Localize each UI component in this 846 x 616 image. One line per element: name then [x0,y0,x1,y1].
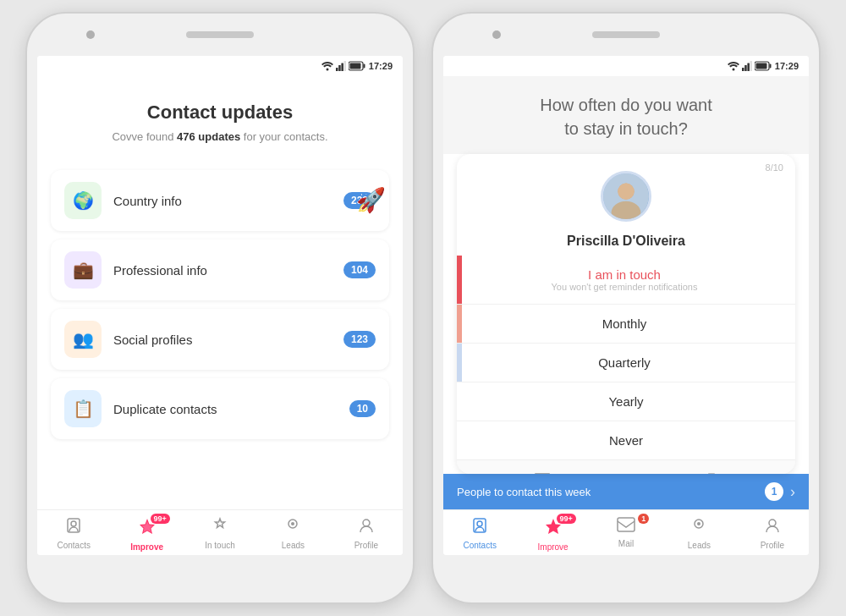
freq-yearly[interactable]: Yearly [457,382,795,421]
phone1-time: 17:29 [369,61,393,71]
svg-rect-6 [363,64,365,69]
social-icon-wrapper: 👥 [64,321,102,358]
svg-rect-22 [755,63,766,69]
country-label: Country info [113,194,332,208]
phone1-screen: 17:29 🚀 Contact updates Covve found 476 … [37,56,403,555]
nav2-profile-icon [764,517,781,538]
frequency-options: I am in touch You won't get reminder not… [457,256,795,459]
update-item-duplicate[interactable]: 📋 Duplicate contacts 10 [51,378,389,439]
freq-in-touch[interactable]: I am in touch You won't get reminder not… [457,256,795,305]
svg-point-15 [732,69,734,71]
profile-nav-icon [358,517,375,538]
nav-intouch-label: In touch [205,541,235,550]
svg-point-33 [697,522,700,525]
monthly-label: Monthly [602,316,647,331]
social-badge: 123 [343,331,376,348]
svg-rect-21 [769,64,771,69]
duplicate-badge: 10 [349,400,376,417]
duplicate-icon: 📋 [73,399,94,419]
phone1-status-bar: 17:29 [37,56,403,76]
svg-point-26 [618,184,634,200]
svg-rect-16 [742,68,744,71]
phone2-top-bar [433,14,819,56]
professional-label: Professional info [113,263,332,278]
nav-leads[interactable]: Leads [256,517,329,552]
update-list: 🌍 Country info 239 💼 Professional info 1… [37,157,403,509]
nav2-mail-icon [617,517,635,536]
yearly-label: Yearly [608,394,643,409]
update-item-social[interactable]: 👥 Social profiles 123 [51,309,389,370]
nav-profile-label: Profile [354,541,378,550]
duplicate-icon-wrapper: 📋 [64,390,102,427]
nav-leads-label: Leads [282,541,305,550]
svg-rect-4 [343,61,346,71]
nav2-mail[interactable]: 1 Mail [590,517,662,552]
update-item-country[interactable]: 🌍 Country info 239 [51,170,389,231]
svg-point-34 [769,520,776,526]
contact-week-bar[interactable]: People to contact this week 1 › [443,474,809,509]
svg-point-29 [477,521,482,526]
freq-never[interactable]: Never [457,421,795,459]
contact-week-arrow-icon: › [790,483,795,501]
nav-contacts[interactable]: Contacts [37,517,110,552]
nav2-contacts[interactable]: Contacts [443,517,516,552]
avatar [601,171,651,222]
screen1-header: Contact updates Covve found 476 updates … [37,76,403,157]
svg-rect-3 [341,63,343,72]
improve-badge: 99+ [151,514,170,524]
freq-monthly[interactable]: Monthly [457,305,795,344]
signal-icon2 [742,61,752,71]
in-touch-sublabel: You won't get reminder notifications [552,282,698,292]
update-item-professional[interactable]: 💼 Professional info 104 [51,239,389,300]
svg-point-9 [71,521,76,526]
contact-name: Priscilla D'Oliveira [457,230,795,256]
phone2-screen: 17:29 How often do you wantto stay in to… [443,56,809,555]
phone2-status-bar: 17:29 [443,56,809,76]
phone1-top-bar [27,14,413,56]
archive-button[interactable]: Archive [527,470,558,474]
country-icon-wrapper: 🌍 [64,182,102,219]
svg-point-0 [326,69,328,71]
screen1-subtitle: Covve found 476 updates for your contact… [54,130,386,143]
svg-rect-19 [750,61,752,71]
nav2-profile[interactable]: Profile [736,517,809,552]
delete-button[interactable]: Delete [698,470,725,474]
wifi-icon [321,61,333,71]
archive-icon [533,470,552,474]
professional-icon-wrapper: 💼 [64,251,102,289]
battery-icon [349,61,365,71]
nav-improve[interactable]: 99+ Improve [110,517,183,552]
screen2-title: How often do you wantto stay in touch? [469,93,783,140]
quarterly-label: Quarterly [598,355,651,370]
svg-rect-31 [618,518,634,531]
nav-intouch[interactable]: In touch [184,517,256,552]
intouch-nav-icon [212,517,228,538]
contact-card: 8/10 Priscilla D'Oliveira [457,154,795,474]
in-touch-label: I am in touch [552,267,698,282]
nav-profile[interactable]: Profile [330,517,403,552]
svg-rect-17 [744,65,747,71]
rocket-icon[interactable]: 🚀 [356,186,386,214]
battery-icon2 [755,61,772,71]
nav2-leads[interactable]: Leads [662,517,735,552]
card-actions: Archive Delete [457,459,795,474]
color-bar-salmon [457,305,462,343]
phone1-speaker [186,31,254,38]
professional-badge: 104 [343,261,376,278]
phone2-camera [492,30,501,39]
nav-contacts-label: Contacts [57,541,90,550]
contact-week-badge: 1 [765,482,783,501]
color-bar-light [457,344,462,382]
in-touch-content: I am in touch You won't get reminder not… [552,267,698,292]
nav2-improve[interactable]: 99+ Improve [516,517,589,552]
svg-point-14 [363,520,370,526]
phone2-time: 17:29 [775,61,799,71]
people-icon: 👥 [73,329,94,349]
nav2-leads-label: Leads [688,541,711,550]
screen2-title-text: How often do you wantto stay in touch? [540,96,711,138]
svg-rect-7 [349,63,360,69]
freq-quarterly[interactable]: Quarterly [457,344,795,382]
svg-point-13 [291,522,294,525]
phone2: 17:29 How often do you wantto stay in to… [431,12,821,604]
phone1: 17:29 🚀 Contact updates Covve found 476 … [25,12,415,604]
